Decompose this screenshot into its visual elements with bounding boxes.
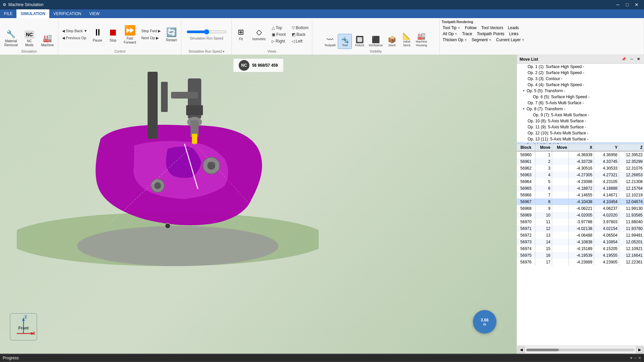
- nc-mode-label: NCMode: [25, 39, 34, 47]
- op-item-op12[interactable]: Op. 12 (10): 5-Axis Multi Surface -: [517, 130, 644, 136]
- speed-slider[interactable]: [186, 29, 227, 35]
- stop-button[interactable]: ⏹ Stop: [106, 20, 120, 49]
- follow-button[interactable]: Follow: [464, 25, 478, 31]
- op-item-op6[interactable]: Op. 6 (5): Surface High Speed -: [517, 94, 644, 100]
- step-back-button[interactable]: ◀ Step Back ▼: [60, 28, 89, 34]
- fast-forward-button[interactable]: ⏩ FastForward: [121, 20, 139, 49]
- view-right-button[interactable]: ▷ Right: [270, 38, 290, 44]
- op-item-op5[interactable]: ▼Op. 5 (5): Transform -: [517, 88, 644, 94]
- table-row-1[interactable]: 56961 2 -4.33728 4.33745 12.35299 134.99…: [517, 158, 644, 165]
- progress-pin-button[interactable]: ▾: [630, 356, 632, 360]
- table-row-2[interactable]: 56962 3 -4.30516 4.30533 12.31076 134.99…: [517, 165, 644, 172]
- minimize-button[interactable]: ─: [613, 0, 623, 9]
- table-row-0[interactable]: 56960 1 -4.36939 4.36956 12.39522 134.99…: [517, 152, 644, 158]
- progress-minimize-button[interactable]: ─: [634, 356, 637, 360]
- nc-mode-button[interactable]: NC NCMode: [21, 29, 37, 49]
- maximize-button[interactable]: □: [623, 0, 632, 9]
- all-op-button[interactable]: All Op ▼: [442, 31, 459, 37]
- stock-vis-button[interactable]: 📦 Stock: [385, 34, 399, 49]
- views-group-content: ⊞ Fit ◇ Isometric △ Top ▽ Bottom ▣ Front: [234, 20, 310, 49]
- menu-file[interactable]: FILE: [0, 9, 16, 18]
- restart-button[interactable]: 🔄 Restart: [164, 20, 179, 49]
- op-item-op3[interactable]: Op. 3 (3): Contour -: [517, 76, 644, 82]
- move-list-minimize-button[interactable]: ─: [629, 56, 634, 62]
- leads-button[interactable]: Leads: [507, 25, 520, 31]
- scroll-right-button[interactable]: ▶: [636, 347, 643, 353]
- table-row-11[interactable]: 56971 12 -4.02138 4.02154 11.93760 134.9…: [517, 225, 644, 232]
- op-item-op11[interactable]: Op. 11 (9): 5-Axis Multi Surface -: [517, 124, 644, 130]
- cell-block-16: 56976: [517, 259, 535, 265]
- cell-move-9: 10: [535, 212, 552, 219]
- isometric-button[interactable]: ◇ Isometric: [250, 26, 268, 43]
- segment-button[interactable]: Segment ▼: [471, 37, 492, 43]
- svg-point-1: [77, 226, 278, 266]
- table-row-8[interactable]: 56968 9 -4.06221 4.06237 11.99130 134.99…: [517, 205, 644, 212]
- next-op-button[interactable]: Next Op ▶: [140, 35, 162, 41]
- thicken-op-button[interactable]: Thicken Op ▼: [442, 37, 468, 43]
- view-left-button[interactable]: ◁ Left: [290, 38, 310, 44]
- op-item-op13[interactable]: Op. 13 (11): 5-Axis Multi Surface -: [517, 136, 644, 142]
- op-item-op8[interactable]: ▼Op. 8 (7): Transform -: [517, 106, 644, 112]
- table-row-9[interactable]: 56969 10 -4.02005 4.02020 11.93585 134.9…: [517, 212, 644, 219]
- table-row-4[interactable]: 56964 5 -4.23088 4.23105 12.21308 134.99…: [517, 178, 644, 185]
- menu-verification[interactable]: VERIFICATION: [49, 9, 85, 18]
- cell-move2-7: [552, 198, 569, 205]
- progress-close-button[interactable]: ✕: [638, 356, 641, 360]
- move-list-close-button[interactable]: ✕: [636, 56, 641, 62]
- initial-stock-vis-button[interactable]: 📐 InitialStock: [400, 30, 414, 49]
- view-back-button[interactable]: ◩ Back: [290, 32, 310, 38]
- scroll-left-button[interactable]: ◀: [518, 347, 525, 353]
- table-row-5[interactable]: 56965 6 -4.18872 4.18888 12.15764 134.99…: [517, 185, 644, 192]
- op-item-op1[interactable]: Op. 1 (1): Surface High Speed -: [517, 64, 644, 70]
- move-list-pin-button[interactable]: 📌: [620, 56, 628, 62]
- toolpath-vis-icon: 〰: [327, 36, 333, 44]
- op-item-op4[interactable]: Op. 4 (4): Surface High Speed -: [517, 82, 644, 88]
- cell-x-6: -4.14655: [569, 192, 594, 198]
- pause-button[interactable]: ⏸ Pause: [90, 20, 104, 49]
- menu-simulation[interactable]: SIMULATION: [16, 9, 49, 18]
- fixture-vis-button[interactable]: 🔲 Fixture: [353, 34, 367, 49]
- prev-op-button[interactable]: ◀ Previous Op: [60, 35, 89, 41]
- machine-housing-vis-button[interactable]: 🏭 MachineHousing: [415, 30, 429, 49]
- svg-rect-13: [148, 72, 158, 139]
- table-row-16[interactable]: 56976 17 -4.23889 4.23905 12.22361 134.9…: [517, 259, 644, 265]
- op-item-op7[interactable]: Op. 7 (6): 5-Axis Multi Surface -: [517, 100, 644, 106]
- fit-button[interactable]: ⊞ Fit: [234, 26, 248, 43]
- links-button[interactable]: Links: [508, 31, 520, 37]
- table-row-15[interactable]: 56975 16 -4.19539 4.19555 12.16641 134.9…: [517, 252, 644, 259]
- current-layer-button[interactable]: Current Layer ▼: [495, 37, 525, 43]
- table-row-14[interactable]: 56974 15 -4.15189 4.15205 12.10921 134.9…: [517, 245, 644, 252]
- table-row-13[interactable]: 56973 14 -4.10838 4.10854 12.05201 134.9…: [517, 239, 644, 245]
- view-front-button[interactable]: ▣ Front: [270, 32, 290, 38]
- view-top-button[interactable]: △ Top: [270, 25, 290, 31]
- toolpath-points-button[interactable]: Toolpath Points: [476, 31, 505, 37]
- step-fwd-button[interactable]: Step Fwd ▶: [140, 28, 162, 34]
- view-bottom-button[interactable]: ▽ Bottom: [290, 25, 310, 31]
- scroll-thumb[interactable]: [526, 349, 559, 351]
- menu-view[interactable]: VIEW: [85, 9, 104, 18]
- data-table: Block Move Move X Y Z C 56960 1 -4.36939…: [517, 144, 644, 354]
- machine-icon: 🏭: [43, 34, 52, 43]
- tool-tip-button[interactable]: Tool Tip ▼: [442, 25, 461, 31]
- op-label-op11: Op. 11 (9): 5-Axis Multi Surface -: [528, 125, 586, 129]
- op-item-op9[interactable]: Op. 9 (7): 5-Axis Multi Surface -: [517, 112, 644, 118]
- tool-vectors-button[interactable]: Tool Vectors: [480, 25, 504, 31]
- table-row-7[interactable]: 56967 8 -4.10438 4.10454 12.04674 134.99…: [517, 198, 644, 205]
- op-item-op10[interactable]: Op. 10 (8): 5-Axis Multi Surface -: [517, 118, 644, 124]
- op-item-op2[interactable]: Op. 2 (2): Surface High Speed -: [517, 70, 644, 76]
- machine-button[interactable]: 🏭 Machine: [39, 32, 56, 49]
- table-row-3[interactable]: 56963 4 -4.27305 4.27321 12.26853 134.99…: [517, 172, 644, 178]
- toolpath-vis-button[interactable]: 〰 Toolpath: [323, 34, 337, 49]
- tool-vis-button[interactable]: 🔩 Tool: [338, 34, 352, 49]
- material-removal-button[interactable]: 🔧 MaterialRemoval: [2, 28, 20, 49]
- cell-move2-9: [552, 212, 569, 219]
- cell-block-5: 56965: [517, 185, 535, 192]
- table-row-6[interactable]: 56966 7 -4.14655 4.14671 12.10219 134.99…: [517, 192, 644, 198]
- table-row-10[interactable]: 56970 11 -3.97788 3.97803 11.88040 134.9…: [517, 219, 644, 225]
- table-row-12[interactable]: 56972 13 -4.06488 4.06504 11.99481 134.9…: [517, 232, 644, 239]
- workpiece-vis-button[interactable]: ⬛ Workpiece: [367, 34, 384, 49]
- view-bottom-label: Bottom: [296, 25, 309, 30]
- trace-button[interactable]: Trace: [461, 31, 473, 37]
- viewport[interactable]: NC 56 968/57 459: [0, 55, 517, 354]
- close-button[interactable]: ✕: [632, 0, 641, 9]
